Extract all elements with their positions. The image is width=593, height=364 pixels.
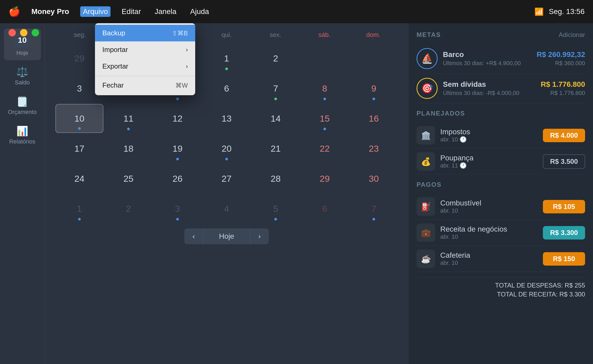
sem-dividas-sub: Últimos 30 dias: -R$ 4.000,00 xyxy=(443,90,535,97)
cal-day-next-1[interactable]: 1 xyxy=(55,194,103,223)
plan-poupanca[interactable]: 💰 Poupança abr. 11 🕐 R$ 3.500 xyxy=(417,149,585,175)
menubar-editar[interactable]: Editar xyxy=(119,6,144,17)
sidebar-item-saldo[interactable]: ⚖️ Saldo xyxy=(4,63,41,90)
fechar-shortcut: ⌘W xyxy=(175,82,188,89)
cal-day-1[interactable]: 1 xyxy=(203,44,251,73)
poupanca-date: abr. 11 🕐 xyxy=(440,162,538,169)
menubar-janela[interactable]: Janela xyxy=(152,6,179,17)
cal-day-15[interactable]: 15 xyxy=(301,104,349,133)
cal-day-12[interactable]: 12 xyxy=(154,104,202,133)
fullscreen-button[interactable] xyxy=(32,29,39,36)
cal-day-next-5[interactable]: 5 xyxy=(252,194,300,223)
combustivel-amount-button[interactable]: R$ 105 xyxy=(543,200,585,213)
menubar-arquivo[interactable]: Arquivo xyxy=(80,6,111,17)
barco-name: Barco xyxy=(443,50,531,59)
sem-dividas-amounts: R$ 1.776.800 R$ 1.776.800 xyxy=(541,80,585,97)
plan-combustivel[interactable]: ⛽ Combustível abr. 10 R$ 105 xyxy=(417,194,585,220)
cal-day-17[interactable]: 17 xyxy=(55,134,103,163)
sidebar: 10 Hoje ⚖️ Saldo 🗒️ Orçamento 📊 Relatóri… xyxy=(0,23,45,364)
plan-cafeteria[interactable]: ☕ Cafeteria abr. 10 R$ 150 xyxy=(417,246,585,272)
importar-label: Importar xyxy=(102,46,128,54)
cal-day-20[interactable]: 20 xyxy=(203,134,251,163)
sem-dividas-info: Sem dívidas Últimos 30 dias: -R$ 4.000,0… xyxy=(443,80,535,97)
cal-header-sab: sáb. xyxy=(300,28,349,41)
app-name[interactable]: Money Pro xyxy=(29,6,72,17)
cal-day-24[interactable]: 24 xyxy=(55,164,103,193)
cal-day-2[interactable]: 2 xyxy=(252,44,300,73)
dropdown-backup[interactable]: Backup ⇧⌘B xyxy=(95,25,195,41)
receita-negocios-icon: 💼 xyxy=(417,223,435,242)
goal-sem-dividas[interactable]: 🎯 Sem dívidas Últimos 30 dias: -R$ 4.000… xyxy=(417,74,585,103)
cal-day-next-3[interactable]: 3 xyxy=(154,194,202,223)
cal-day-18[interactable]: 18 xyxy=(104,134,152,163)
sidebar-label-relatorios: Relatórios xyxy=(9,138,35,145)
cal-day-r1c7[interactable] xyxy=(350,44,398,73)
cal-day-23[interactable]: 23 xyxy=(350,134,398,163)
cal-day-9[interactable]: 9 xyxy=(350,74,398,103)
cal-day-21[interactable]: 21 xyxy=(252,134,300,163)
wifi-icon: 📶 xyxy=(534,7,544,16)
cal-day-11[interactable]: 11 xyxy=(104,104,152,133)
poupanca-clock-icon: 🕐 xyxy=(460,162,467,169)
cal-day-29[interactable]: 29 xyxy=(301,164,349,193)
cal-day-13[interactable]: 13 xyxy=(203,104,251,133)
cal-day-r1c6[interactable] xyxy=(301,44,349,73)
menubar-ajuda[interactable]: Ajuda xyxy=(188,6,212,17)
footer-despesas: TOTAL DE DESPESAS: R$ 255 xyxy=(417,282,585,289)
dropdown-divider xyxy=(95,76,195,76)
cal-day-next-4[interactable]: 4 xyxy=(203,194,251,223)
cal-day-16[interactable]: 16 xyxy=(350,104,398,133)
despesas-value: R$ 255 xyxy=(565,282,585,289)
cal-day-26[interactable]: 26 xyxy=(154,164,202,193)
plan-receita-negocios[interactable]: 💼 Receita de negócios abr. 10 R$ 3.300 xyxy=(417,220,585,246)
cal-next-button[interactable]: › xyxy=(250,228,269,244)
cal-day-next-7[interactable]: 7 xyxy=(350,194,398,223)
dropdown-fechar[interactable]: Fechar ⌘W xyxy=(95,77,195,94)
cal-day-7[interactable]: 7 xyxy=(252,74,300,103)
cal-day-next-2[interactable]: 2 xyxy=(104,194,152,223)
metas-section-header: METAS Adicionar xyxy=(417,31,585,39)
cal-day-19[interactable]: 19 xyxy=(154,134,202,163)
cal-day-25[interactable]: 25 xyxy=(104,164,152,193)
cal-day-14[interactable]: 14 xyxy=(252,104,300,133)
cal-day-10[interactable]: 10 xyxy=(55,104,103,133)
despesas-label: TOTAL DE DESPESAS: xyxy=(495,282,563,289)
receita-negocios-amount-button[interactable]: R$ 3.300 xyxy=(543,226,585,240)
sem-dividas-target: R$ 1.776.800 xyxy=(541,90,585,97)
cal-day-8[interactable]: 8 xyxy=(301,74,349,103)
cal-day-30[interactable]: 30 xyxy=(350,164,398,193)
cafeteria-amount-button[interactable]: R$ 150 xyxy=(543,252,585,266)
cafeteria-name: Cafeteria xyxy=(440,251,538,260)
right-panel: METAS Adicionar ⛵ Barco Últimos 30 dias:… xyxy=(408,23,593,364)
cal-day-22[interactable]: 22 xyxy=(301,134,349,163)
combustivel-name: Combustível xyxy=(440,199,538,207)
barco-icon: ⛵ xyxy=(417,48,438,69)
cal-day-6[interactable]: 6 xyxy=(203,74,251,103)
calendar-nav: ‹ Hoje › xyxy=(53,228,400,244)
cal-today-button[interactable]: Hoje xyxy=(203,228,250,244)
sidebar-label-hoje: Hoje xyxy=(16,50,28,56)
poupanca-amount-button[interactable]: R$ 3.500 xyxy=(543,154,585,169)
barco-amounts: R$ 260.992,32 R$ 360.000 xyxy=(537,50,585,67)
minimize-button[interactable] xyxy=(20,29,27,36)
sidebar-item-relatorios[interactable]: 📊 Relatórios xyxy=(4,122,41,149)
fechar-label: Fechar xyxy=(102,81,124,89)
sidebar-item-orcamento[interactable]: 🗒️ Orçamento xyxy=(4,92,41,119)
cal-day-next-6[interactable]: 6 xyxy=(301,194,349,223)
close-button[interactable] xyxy=(8,29,16,36)
dropdown-exportar[interactable]: Exportar › xyxy=(95,58,195,75)
apple-menu-icon[interactable]: 🍎 xyxy=(8,6,20,17)
exportar-arrow-icon: › xyxy=(186,63,188,70)
metas-add-button[interactable]: Adicionar xyxy=(559,31,585,39)
barco-current: R$ 260.992,32 xyxy=(537,50,585,59)
impostos-info: Impostos abr. 10 🕐 xyxy=(440,128,538,143)
goal-barco[interactable]: ⛵ Barco Últimos 30 dias: +R$ 4.900,00 R$… xyxy=(417,44,585,74)
sem-dividas-name: Sem dívidas xyxy=(443,80,535,89)
dropdown-importar[interactable]: Importar › xyxy=(95,41,195,58)
pagos-title: PAGOS xyxy=(417,181,442,188)
cal-prev-button[interactable]: ‹ xyxy=(184,228,203,244)
impostos-amount-button[interactable]: R$ 4.000 xyxy=(543,129,585,142)
cal-day-27[interactable]: 27 xyxy=(203,164,251,193)
cal-day-28[interactable]: 28 xyxy=(252,164,300,193)
plan-impostos[interactable]: 🏛️ Impostos abr. 10 🕐 R$ 4.000 xyxy=(417,122,585,149)
